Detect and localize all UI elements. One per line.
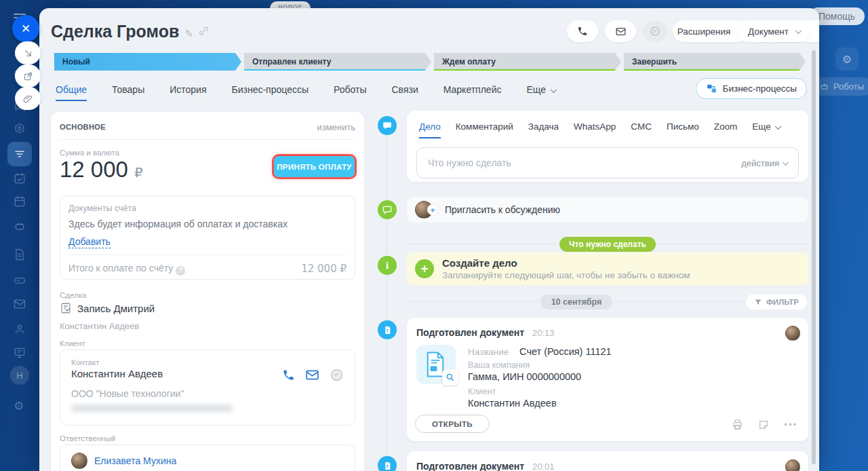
- sidebar-crm-icon[interactable]: [13, 122, 26, 136]
- total-value: 12 000 ₽: [301, 263, 347, 275]
- add-link[interactable]: Добавить: [68, 236, 111, 248]
- open-document-button[interactable]: ОТКРЫТЬ: [415, 415, 490, 433]
- sidebar-calendar-icon[interactable]: [13, 195, 26, 208]
- deal-details-card: ОСНОВНОЕ изменить Сумма и валюта 12 000 …: [51, 112, 364, 471]
- tab-task[interactable]: Задача: [528, 121, 559, 132]
- todo-badge: Что нужно сделать: [407, 237, 808, 252]
- envelope-icon: [615, 26, 627, 37]
- deal-name-row[interactable]: Запись Дмитрий: [60, 302, 155, 314]
- sidebar-sites-icon[interactable]: [13, 346, 26, 360]
- more-ellipsis-icon[interactable]: •••: [784, 419, 797, 430]
- deal-label: Сделка: [60, 291, 86, 299]
- deal-person: Константин Авдеев: [60, 321, 139, 331]
- print-icon[interactable]: [732, 419, 743, 430]
- business-process-icon: [706, 83, 717, 94]
- sidebar-tasks-icon[interactable]: [13, 172, 26, 185]
- accept-payment-button[interactable]: ПРИНЯТЬ ОПЛАТУ: [274, 156, 355, 177]
- copy-link-icon[interactable]: [199, 26, 209, 36]
- edit-link[interactable]: изменить: [317, 122, 355, 132]
- document-button[interactable]: Документ: [736, 20, 810, 42]
- sidebar-settings-gear-icon[interactable]: ⚙: [14, 399, 24, 413]
- sidebar-funnel-active-item[interactable]: [7, 142, 32, 166]
- page-title: Сделка Громов✎: [51, 22, 209, 41]
- tab-zoom[interactable]: Zoom: [714, 121, 738, 132]
- sidebar-drive-icon[interactable]: [13, 274, 26, 287]
- entry-author-avatar: [785, 326, 800, 341]
- funnel-filter-icon: [754, 298, 762, 306]
- section-title: ОСНОВНОЕ: [60, 123, 106, 131]
- tab-letter[interactable]: Письмо: [667, 121, 699, 132]
- edit-title-pencil-icon[interactable]: ✎: [184, 28, 193, 40]
- tab-whatsapp[interactable]: WhatsApp: [574, 121, 616, 132]
- call-button[interactable]: [567, 20, 598, 42]
- responsible-avatar: [71, 453, 87, 469]
- deal-document-icon: [60, 302, 72, 314]
- vertical-scrollbar[interactable]: [812, 50, 816, 464]
- entry-time: 20:13: [532, 328, 555, 338]
- open-in-new-window-button[interactable]: [15, 64, 41, 88]
- entry-title: Подготовлен документ: [416, 327, 524, 338]
- sidebar-copilot-icon[interactable]: [13, 219, 26, 233]
- client-label: Клиент: [60, 339, 85, 347]
- business-processes-button[interactable]: Бизнес-процессы: [696, 78, 807, 99]
- arrow-down-right-icon: [23, 48, 33, 58]
- deal-name: Запись Дмитрий: [77, 303, 155, 314]
- filter-button[interactable]: ФИЛЬТР: [746, 295, 807, 309]
- rail-chat-icon: [378, 116, 397, 135]
- strip-settings-gear-icon[interactable]: ⚙: [835, 48, 859, 71]
- actions-dropdown[interactable]: действия: [741, 158, 788, 168]
- help-question-icon[interactable]: ?: [176, 266, 185, 276]
- client-card: Контакт Константин Авдеев ООО "Новые тех…: [60, 350, 355, 426]
- tab-more[interactable]: Еще: [526, 84, 555, 95]
- chevron-down-icon: [774, 123, 781, 130]
- note-icon[interactable]: [758, 419, 769, 430]
- tab-history[interactable]: История: [170, 84, 206, 95]
- contact-email-icon[interactable]: [305, 368, 319, 382]
- stage-sent-to-client[interactable]: Отправлен клиенту: [244, 53, 431, 71]
- timeline-entry-document: Подготовлен документ 20:01: [407, 451, 808, 471]
- sidebar-documents-icon[interactable]: [13, 248, 26, 261]
- contact-name[interactable]: Константин Авдеев: [71, 368, 163, 379]
- stage-awaiting-payment[interactable]: Ждем оплату: [434, 53, 621, 71]
- email-button[interactable]: [605, 20, 636, 42]
- sidebar-groups-icon[interactable]: [13, 322, 26, 336]
- stage-finish[interactable]: Завершить: [624, 53, 806, 71]
- chevron-down-icon: [783, 159, 789, 166]
- responsible-name[interactable]: Елизавета Мухина: [94, 455, 176, 466]
- paperclip-icon: [23, 94, 33, 104]
- close-slider-button[interactable]: ✕: [12, 15, 39, 42]
- rail-document-icon: [378, 320, 397, 339]
- create-activity-card[interactable]: + Создайте дело Запланируйте следующий ш…: [407, 252, 808, 285]
- tab-links[interactable]: Связи: [391, 84, 418, 95]
- robots-button[interactable]: Роботы: [812, 77, 868, 96]
- minimize-slider-button[interactable]: [15, 41, 41, 64]
- tab-business-processes[interactable]: Бизнес-процессы: [232, 84, 309, 95]
- create-activity-hint: Запланируйте следующий шаг, чтобы не заб…: [442, 270, 690, 280]
- tab-timeline-more[interactable]: Еще: [752, 121, 780, 132]
- tab-robots[interactable]: Роботы: [334, 84, 366, 95]
- entry-field-name: Название Счет (Россия) 11121: [468, 346, 612, 357]
- document-thumbnail[interactable]: [416, 345, 456, 384]
- blurred-contact-info: [71, 404, 233, 412]
- tab-activity[interactable]: Дело: [419, 121, 441, 132]
- tab-marketplace[interactable]: Маркетплейс: [443, 84, 502, 95]
- sidebar-mail-icon[interactable]: [13, 297, 26, 311]
- rail-info-icon: i: [378, 256, 397, 275]
- stage-new[interactable]: Новый: [54, 53, 241, 71]
- copy-link-pill-button[interactable]: [15, 87, 41, 110]
- rail-document-icon: [378, 456, 397, 471]
- tab-general[interactable]: Общие: [56, 84, 87, 95]
- contact-phone-icon[interactable]: [282, 369, 295, 381]
- tab-sms[interactable]: СМС: [631, 121, 652, 132]
- chevron-down-icon: [795, 27, 802, 34]
- invite-row[interactable]: + Пригласить к обсуждению: [407, 197, 808, 223]
- responsible-label: Ответственный: [60, 434, 115, 442]
- amount-value[interactable]: 12 000 ₽: [60, 157, 143, 183]
- sidebar-user-avatar[interactable]: H: [10, 366, 29, 385]
- invoice-docs-label: Документы счёта: [68, 204, 136, 213]
- currency-symbol: ₽: [134, 164, 143, 181]
- tab-products[interactable]: Товары: [112, 84, 144, 95]
- add-activity-plus-icon: +: [415, 259, 434, 278]
- contact-chat-icon-disabled: [330, 368, 344, 382]
- tab-comment[interactable]: Комментарий: [456, 121, 513, 132]
